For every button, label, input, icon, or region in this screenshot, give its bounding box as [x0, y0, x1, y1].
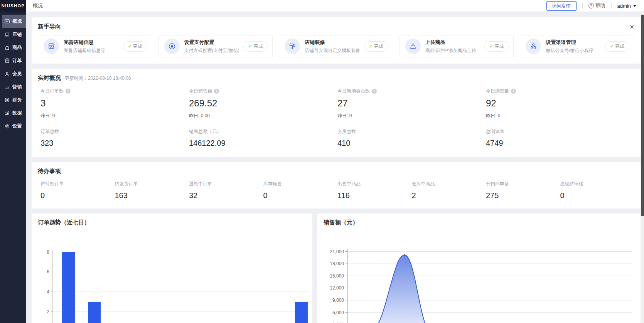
stat-today-new-members: 今日新增会员数? 27 昨日: 0	[337, 88, 486, 119]
members-icon	[4, 71, 10, 77]
sidebar-item-overview[interactable]: 概况	[2, 15, 26, 28]
stat-value: 146122.09	[189, 139, 337, 148]
question-icon[interactable]: ?	[511, 89, 516, 94]
todo-item-withdraw-review[interactable]: 提现待审核0	[560, 181, 635, 200]
svg-text:15,000: 15,000	[330, 273, 344, 279]
todo-grid: 待付款订单0 待发货订单163 退款中订单32 库存预警0 出售中商品116 仓…	[38, 181, 634, 200]
overview-icon	[4, 19, 10, 24]
sidebar: NIUSHOP 概况 店铺 商品 订单 会员	[0, 0, 26, 323]
finance-icon	[4, 97, 10, 103]
scrollbar[interactable]	[641, 12, 644, 323]
todo-item-on-sale-goods[interactable]: 出售中商品116	[337, 181, 412, 200]
todo-section: 待办事项 待付款订单0 待发货订单163 退款中订单32 库存预警0 出售中商品…	[32, 162, 641, 209]
stat-label: 销售总额（元）	[189, 128, 221, 135]
guide-card-desc: 店铺可实现自定义模板装修	[305, 47, 359, 54]
sidebar-nav: 概况 店铺 商品 订单 会员 营销	[0, 12, 26, 133]
question-icon[interactable]: ?	[372, 89, 377, 94]
help-label: 帮助	[595, 2, 605, 9]
stat-value: 4749	[486, 139, 634, 148]
guide-card-payment[interactable]: 设置支付配置 支付方式配置(支付宝/微信) ✓完成	[158, 35, 273, 57]
svg-text:21,000: 21,000	[330, 249, 344, 254]
guide-cards-row: 完善店铺信息 完善店铺基础信息等 ✓完成 设置支付配置 支付方式配置(支付宝/微…	[32, 35, 641, 64]
today-stats-grid: 今日订单数? 3 昨日: 0 今日销售额? 269.52 昨日: 0.00 今日…	[38, 88, 634, 119]
topbar: 概况 访问店铺 ? 帮助 admin	[26, 0, 644, 12]
done-badge: ✓完成	[243, 41, 268, 52]
guide-card-upload-goods[interactable]: 上传商品 商品管理中添加商品上传 ✓完成	[400, 35, 514, 57]
sales-amount-chart: 3,0006,0009,00012,00015,00018,00021,000	[317, 214, 641, 323]
divider	[582, 3, 583, 8]
charts-row: 订单趋势（近七日） 2468 销售额（元） 3,0006,0009,00012,…	[32, 214, 641, 323]
update-time: 更新时间：2022-08-10 18:40:08	[65, 75, 131, 82]
sidebar-item-label: 概况	[12, 18, 22, 25]
stat-prev: 昨日: 0.00	[189, 113, 337, 119]
sidebar-item-marketing[interactable]: 营销	[0, 80, 26, 93]
stat-prev: 昨日: 0	[337, 113, 486, 119]
help-icon: ?	[588, 3, 594, 8]
guide-card-desc: 完善店铺基础信息等	[64, 47, 118, 54]
guide-card-title: 设置渠道管理	[546, 39, 600, 46]
stat-today-orders: 今日订单数? 3 昨日: 0	[40, 88, 189, 119]
channels-icon	[526, 39, 541, 54]
visit-store-button[interactable]: 访问店铺	[546, 1, 577, 11]
todo-item-to-ship-orders[interactable]: 待发货订单163	[115, 181, 189, 200]
breadcrumb: 概况	[33, 2, 43, 9]
sales-amount-card: 销售额（元） 3,0006,0009,00012,00015,00018,000…	[317, 214, 641, 323]
sidebar-item-settings[interactable]: 设置	[0, 119, 26, 133]
scrollbar-thumb[interactable]	[641, 15, 644, 216]
todo-item-refunding-orders[interactable]: 退款中订单32	[189, 181, 263, 200]
sidebar-item-label: 订单	[12, 57, 22, 64]
sidebar-item-label: 数据	[12, 110, 22, 116]
sidebar-item-goods[interactable]: 商品	[0, 41, 26, 54]
stat-value: 323	[40, 139, 189, 148]
svg-text:12,000: 12,000	[330, 285, 344, 291]
data-icon	[4, 110, 10, 116]
check-icon: ✓	[128, 44, 132, 49]
stat-value: 269.52	[189, 98, 337, 109]
stat-value: 27	[337, 98, 486, 109]
sidebar-item-data[interactable]: 数据	[0, 106, 26, 119]
svg-text:8: 8	[47, 249, 49, 255]
svg-text:9,000: 9,000	[332, 298, 344, 303]
guide-card-channels[interactable]: 设置渠道管理 微信公众号/微信小程序 ✓完成	[520, 35, 634, 57]
close-icon[interactable]: ✕	[629, 24, 634, 30]
marketing-icon	[4, 84, 10, 90]
paint-roller-icon	[285, 39, 300, 54]
stat-value: 410	[337, 139, 486, 148]
done-badge: ✓完成	[364, 41, 388, 52]
stat-today-views: 今日浏览量? 92 昨日: 0	[486, 88, 634, 119]
chevron-down-icon	[633, 5, 636, 7]
stat-value: 92	[486, 98, 634, 109]
realtime-overview-section: 实时概况 更新时间：2022-08-10 18:40:08 今日订单数? 3 昨…	[32, 69, 641, 157]
svg-text:6: 6	[47, 269, 49, 274]
handbag-icon	[405, 39, 421, 54]
sidebar-item-store[interactable]: 店铺	[0, 28, 26, 41]
guide-card-decoration[interactable]: 店铺装修 店铺可实现自定义模板装修 ✓完成	[279, 35, 393, 57]
question-icon[interactable]: ?	[214, 89, 219, 94]
stat-prev: 昨日: 0	[40, 113, 189, 119]
todo-item-unpaid-orders[interactable]: 待付款订单0	[40, 181, 115, 200]
sidebar-item-finance[interactable]: 财务	[0, 93, 26, 106]
check-icon: ✓	[489, 44, 493, 49]
guide-card-title: 设置支付配置	[184, 39, 239, 46]
guide-card-title: 店铺装修	[305, 39, 359, 46]
stat-value: 3	[40, 98, 189, 109]
svg-text:4: 4	[47, 289, 49, 294]
user-menu[interactable]: admin	[617, 3, 636, 9]
todo-item-stock-warning[interactable]: 库存预警0	[263, 181, 338, 200]
guide-card-desc: 商品管理中添加商品上传	[425, 47, 480, 54]
svg-text:18,000: 18,000	[330, 261, 344, 266]
stat-label: 订单总数	[40, 128, 59, 135]
sidebar-item-members[interactable]: 会员	[0, 67, 26, 80]
stat-label: 总浏览量	[486, 128, 504, 135]
help-link[interactable]: ? 帮助	[588, 2, 605, 9]
todo-item-distributor-apply[interactable]: 分销商申请275	[486, 181, 560, 200]
svg-text:6,000: 6,000	[332, 310, 344, 315]
stat-label: 今日新增会员数	[337, 88, 370, 94]
sidebar-item-label: 会员	[12, 71, 22, 77]
todo-item-warehouse-goods[interactable]: 仓库中商品2	[412, 181, 486, 200]
sidebar-item-orders[interactable]: 订单	[0, 54, 26, 67]
guide-card-store-info[interactable]: 完善店铺信息 完善店铺基础信息等 ✓完成	[38, 35, 152, 57]
done-badge: ✓完成	[605, 41, 629, 52]
done-badge: ✓完成	[123, 41, 147, 52]
question-icon[interactable]: ?	[66, 89, 71, 94]
